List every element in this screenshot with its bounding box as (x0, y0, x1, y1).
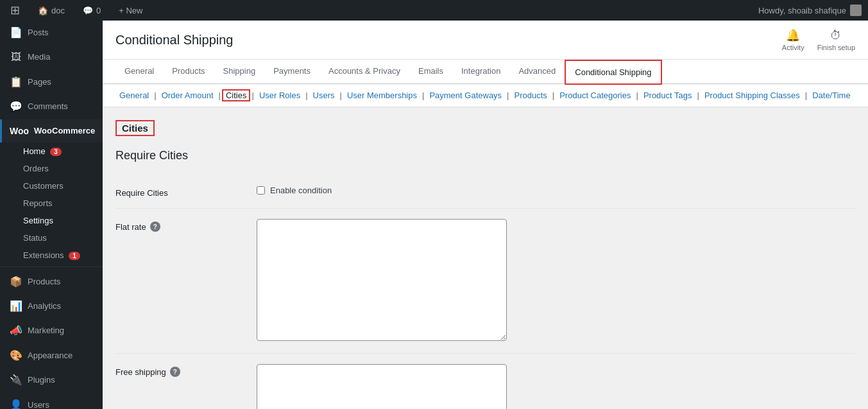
divider-1: | (154, 91, 156, 100)
free-shipping-textarea[interactable] (257, 364, 507, 409)
secondary-nav-user-memberships[interactable]: User Memberships (343, 89, 421, 101)
divider-10: | (697, 91, 699, 100)
sidebar-label-analytics: Analytics (28, 300, 61, 312)
free-shipping-help-icon[interactable]: ? (170, 367, 180, 377)
enable-condition-checkbox[interactable] (257, 186, 265, 195)
sidebar-item-home[interactable]: Home 3 (0, 143, 103, 160)
secondary-nav-product-categories[interactable]: Product Categories (556, 89, 634, 101)
tab-advanced[interactable]: Advanced (509, 60, 565, 84)
tab-integration-label: Integration (461, 66, 500, 76)
header-actions: 🔔 Activity ⏱ Finish setup (782, 28, 855, 51)
secondary-nav-user-roles[interactable]: User Roles (255, 89, 304, 101)
secondary-nav-order-amount[interactable]: Order Amount (158, 89, 217, 101)
require-cities-row: Require Cities Enable condition (115, 175, 855, 209)
flat-rate-label-text: Flat rate (115, 222, 146, 232)
activity-icon: 🔔 (786, 28, 800, 42)
tab-payments[interactable]: Payments (264, 60, 319, 84)
divider-2: | (219, 91, 221, 100)
sidebar-item-media[interactable]: 🖼 Media (0, 45, 103, 69)
require-cities-label: Require Cities (115, 186, 244, 198)
secondary-nav-payment-gateways[interactable]: Payment Gateways (425, 89, 506, 101)
sidebar-item-appearance[interactable]: 🎨 Appearance (0, 344, 103, 368)
finish-setup-icon: ⏱ (830, 29, 842, 42)
free-shipping-label-text: Free shipping (115, 367, 166, 377)
sidebar-item-reports[interactable]: Reports (0, 195, 103, 212)
secondary-nav: General | Order Amount | Cities | User R… (103, 84, 868, 107)
sidebar-item-settings[interactable]: Settings (0, 212, 103, 229)
sidebar-item-pages[interactable]: 📋 Pages (0, 70, 103, 94)
woocommerce-section-header[interactable]: Woo WooCommerce (0, 119, 103, 143)
finish-setup-button[interactable]: ⏱ Finish setup (817, 29, 855, 51)
free-shipping-label: Free shipping ? (115, 364, 244, 377)
woocommerce-label: WooCommerce (34, 126, 95, 135)
sidebar-item-comments[interactable]: 💬 Comments (0, 94, 103, 119)
flat-rate-textarea[interactable] (257, 219, 507, 341)
tab-products-label: Products (172, 66, 205, 76)
sidebar-item-users[interactable]: 👤 Users (0, 393, 103, 409)
sidebar-item-customers[interactable]: Customers (0, 177, 103, 195)
sidebar-item-status[interactable]: Status (0, 229, 103, 247)
activity-label: Activity (782, 44, 804, 51)
sidebar-item-posts[interactable]: 📄 Posts (0, 21, 103, 45)
comments-link[interactable]: 💬 0 (79, 6, 105, 15)
sidebar-item-plugins[interactable]: 🔌 Plugins (0, 368, 103, 392)
secondary-nav-products[interactable]: Products (511, 89, 551, 101)
require-cities-field: Enable condition (257, 186, 855, 195)
secondary-nav-users[interactable]: Users (309, 89, 339, 101)
divider-11: | (805, 91, 807, 100)
tab-accounts-privacy-label: Accounts & Privacy (328, 66, 400, 76)
sidebar-item-analytics[interactable]: 📊 Analytics (0, 294, 103, 318)
page-body: Cities Require Cities Require Cities Ena… (103, 107, 868, 409)
tab-accounts-privacy[interactable]: Accounts & Privacy (319, 60, 409, 84)
sidebar-label-home: Home (23, 146, 46, 156)
posts-icon: 📄 (10, 26, 22, 40)
tab-general[interactable]: General (115, 60, 163, 84)
section-title: Cities (115, 120, 155, 136)
secondary-nav-general[interactable]: General (115, 89, 153, 101)
sidebar-label-orders: Orders (23, 164, 49, 173)
avatar[interactable] (850, 4, 862, 16)
home-badge: 3 (50, 148, 62, 156)
tab-conditional-shipping-label: Conditional Shipping (575, 67, 651, 77)
flat-rate-help-icon[interactable]: ? (150, 222, 160, 232)
section-heading: Require Cities (115, 149, 855, 162)
tab-products[interactable]: Products (163, 60, 214, 84)
tab-conditional-shipping[interactable]: Conditional Shipping (565, 60, 661, 85)
enable-condition-label[interactable]: Enable condition (270, 186, 332, 195)
products-icon: 📦 (10, 275, 22, 289)
sidebar-item-extensions[interactable]: Extensions 1 (0, 247, 103, 264)
secondary-nav-cities[interactable]: Cities (222, 89, 251, 101)
divider-8: | (552, 91, 554, 100)
secondary-nav-product-shipping-classes[interactable]: Product Shipping Classes (701, 89, 804, 101)
secondary-nav-date-time[interactable]: Date/Time (808, 89, 854, 101)
tab-shipping[interactable]: Shipping (214, 60, 265, 84)
comments-icon: 💬 (83, 6, 93, 15)
divider-4: | (305, 91, 307, 100)
divider-7: | (507, 91, 509, 100)
sidebar-item-orders[interactable]: Orders (0, 160, 103, 177)
enable-condition-row: Enable condition (257, 186, 855, 195)
extensions-badge: 1 (69, 252, 80, 260)
content-header: Conditional Shipping 🔔 Activity ⏱ Finish… (103, 21, 868, 60)
sidebar-label-media: Media (28, 51, 50, 63)
flat-rate-label: Flat rate ? (115, 219, 244, 232)
sidebar-divider (0, 266, 103, 267)
new-content-link[interactable]: + New (115, 6, 146, 15)
site-name-link[interactable]: 🏠 doc (34, 6, 69, 15)
tab-emails[interactable]: Emails (409, 60, 452, 84)
wp-logo-link[interactable]: ⊞ (6, 3, 24, 17)
sidebar-label-pages: Pages (28, 76, 51, 88)
sidebar-label-extensions: Extensions (23, 250, 64, 260)
wp-logo-icon: ⊞ (10, 3, 20, 17)
tab-integration[interactable]: Integration (452, 60, 509, 84)
sidebar-item-marketing[interactable]: 📣 Marketing (0, 318, 103, 343)
sidebar-label-reports: Reports (23, 198, 53, 208)
secondary-nav-product-tags[interactable]: Product Tags (640, 89, 696, 101)
activity-button[interactable]: 🔔 Activity (782, 28, 804, 51)
flat-rate-field (257, 219, 855, 343)
layout: 📄 Posts 🖼 Media 📋 Pages 💬 Comments Woo W… (0, 21, 868, 409)
divider-9: | (636, 91, 638, 100)
sidebar-label-settings: Settings (23, 216, 53, 225)
sidebar-item-products[interactable]: 📦 Products (0, 270, 103, 294)
admin-bar-right: Howdy, shoaib shafique (758, 4, 862, 16)
